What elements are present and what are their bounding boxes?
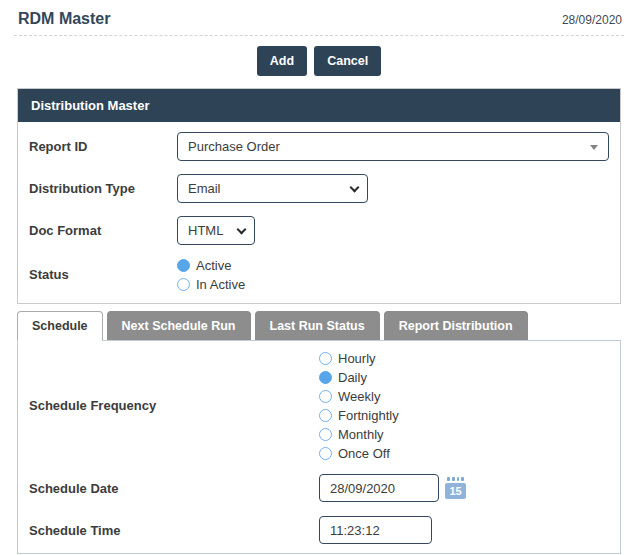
frequency-option-fortnightly[interactable]: Fortnightly	[319, 408, 399, 422]
schedule-time-label: Schedule Time	[29, 523, 319, 538]
radio-label: Daily	[338, 370, 367, 385]
schedule-frequency-label: Schedule Frequency	[29, 398, 319, 413]
status-option-active[interactable]: Active	[177, 258, 245, 272]
doc-format-value: HTML	[188, 223, 223, 238]
radio-unselected-icon[interactable]	[319, 352, 332, 365]
schedule-frequency-row: Schedule Frequency Hourly Daily Weekly F…	[29, 351, 609, 460]
radio-label: In Active	[196, 277, 245, 292]
schedule-time-row: Schedule Time	[29, 516, 609, 544]
panel-title: Distribution Master	[18, 89, 620, 122]
distribution-master-panel: Distribution Master Report ID Purchase O…	[17, 88, 621, 304]
report-id-label: Report ID	[29, 139, 177, 154]
doc-format-select[interactable]: HTML	[177, 216, 255, 245]
radio-label: Monthly	[338, 427, 384, 442]
distribution-type-value: Email	[188, 181, 221, 196]
panel-body: Report ID Purchase Order Distribution Ty…	[18, 122, 620, 303]
distribution-type-row: Distribution Type Email	[29, 174, 609, 203]
schedule-tab-panel: Schedule Frequency Hourly Daily Weekly F…	[17, 340, 621, 554]
calendar-icon-ticks	[445, 477, 466, 482]
radio-label: Fortnightly	[338, 408, 399, 423]
radio-selected-icon[interactable]	[177, 259, 190, 272]
calendar-icon[interactable]: 15	[445, 477, 466, 499]
status-option-inactive[interactable]: In Active	[177, 277, 245, 291]
radio-unselected-icon[interactable]	[319, 390, 332, 403]
frequency-option-hourly[interactable]: Hourly	[319, 351, 399, 365]
page-date: 28/09/2020	[562, 10, 622, 27]
calendar-icon-day: 15	[445, 483, 466, 499]
radio-unselected-icon[interactable]	[319, 409, 332, 422]
doc-format-row: Doc Format HTML	[29, 216, 609, 245]
radio-unselected-icon[interactable]	[319, 447, 332, 460]
status-radio-group: Active In Active	[177, 258, 245, 291]
tab-last-run-status[interactable]: Last Run Status	[255, 311, 380, 340]
radio-label: Active	[196, 258, 231, 273]
report-id-value: Purchase Order	[188, 139, 280, 154]
tab-next-schedule-run[interactable]: Next Schedule Run	[107, 311, 251, 340]
schedule-date-input[interactable]	[319, 474, 439, 502]
distribution-type-label: Distribution Type	[29, 181, 177, 196]
cancel-button[interactable]: Cancel	[314, 46, 381, 76]
schedule-tab-bar: Schedule Next Schedule Run Last Run Stat…	[17, 311, 621, 340]
header-divider	[14, 35, 624, 36]
tab-report-distribution[interactable]: Report Distribution	[384, 311, 528, 340]
doc-format-label: Doc Format	[29, 223, 177, 238]
distribution-type-select[interactable]: Email	[177, 174, 368, 203]
frequency-option-monthly[interactable]: Monthly	[319, 427, 399, 441]
schedule-time-input[interactable]	[319, 516, 432, 544]
report-id-dropdown[interactable]: Purchase Order	[177, 132, 609, 161]
page-title: RDM Master	[18, 10, 110, 28]
schedule-date-label: Schedule Date	[29, 481, 319, 496]
frequency-option-once-off[interactable]: Once Off	[319, 446, 399, 460]
report-id-row: Report ID Purchase Order	[29, 132, 609, 161]
radio-unselected-icon[interactable]	[319, 428, 332, 441]
page-header: RDM Master 28/09/2020	[0, 0, 638, 35]
status-row: Status Active In Active	[29, 258, 609, 291]
dropdown-caret-icon	[590, 145, 598, 150]
schedule-date-row: Schedule Date 15	[29, 474, 609, 502]
tab-schedule[interactable]: Schedule	[17, 311, 103, 341]
chevron-down-icon	[350, 183, 360, 193]
frequency-radio-group: Hourly Daily Weekly Fortnightly Monthly …	[319, 351, 399, 460]
radio-selected-icon[interactable]	[319, 371, 332, 384]
action-button-row: Add Cancel	[0, 46, 638, 76]
status-label: Status	[29, 258, 177, 282]
radio-label: Once Off	[338, 446, 390, 461]
radio-unselected-icon[interactable]	[177, 278, 190, 291]
add-button[interactable]: Add	[257, 46, 307, 76]
frequency-option-weekly[interactable]: Weekly	[319, 389, 399, 403]
radio-label: Weekly	[338, 389, 380, 404]
radio-label: Hourly	[338, 351, 376, 366]
chevron-down-icon	[237, 225, 247, 235]
frequency-option-daily[interactable]: Daily	[319, 370, 399, 384]
